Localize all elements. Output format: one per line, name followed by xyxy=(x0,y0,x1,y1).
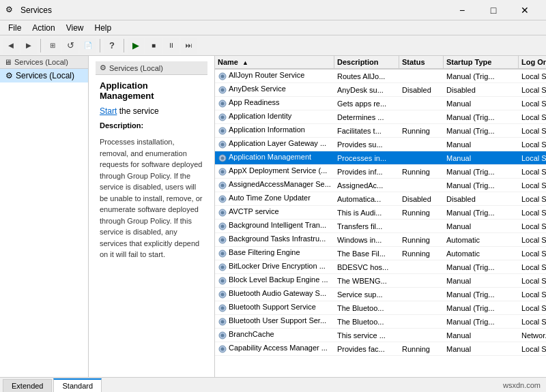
menu-item-view[interactable]: View xyxy=(61,22,89,34)
table-row[interactable]: AppX Deployment Service (...Provides inf… xyxy=(215,165,546,179)
window-title: Services xyxy=(20,5,446,15)
service-startup-type: Manual (Trig... xyxy=(444,112,519,122)
col-header-description[interactable]: Description xyxy=(334,56,399,68)
refresh-button[interactable]: ↺ xyxy=(62,37,78,54)
tab-standard[interactable]: Standard xyxy=(53,378,102,392)
pause-button[interactable]: ⏸ xyxy=(163,37,179,54)
minimize-button[interactable]: − xyxy=(446,0,478,20)
service-name: Bluetooth Support Service xyxy=(215,302,334,313)
service-startup-type: Manual (Trig... xyxy=(444,72,519,81)
table-row[interactable]: AnyDesk ServiceAnyDesk su...DisabledDisa… xyxy=(215,83,546,97)
table-row[interactable]: Auto Time Zone UpdaterAutomatica...Disab… xyxy=(215,192,546,206)
service-icon xyxy=(218,303,227,313)
service-startup-type: Automatic xyxy=(444,249,519,258)
service-startup-type: Manual xyxy=(444,276,519,286)
panel-header-icon: ⚙ xyxy=(100,63,106,72)
maximize-button[interactable]: □ xyxy=(478,0,509,20)
show-hide-button[interactable]: ⊞ xyxy=(44,37,61,54)
service-startup-type: Manual (Trig... xyxy=(444,317,519,327)
service-description: AssignedAc... xyxy=(334,181,399,190)
svg-point-33 xyxy=(221,292,225,296)
service-icon xyxy=(218,331,227,340)
service-name: Background Tasks Infrastru... xyxy=(215,234,334,245)
status-bar: wsxdn.com xyxy=(503,378,546,392)
svg-point-3 xyxy=(221,88,225,91)
service-status xyxy=(399,103,444,104)
services-body[interactable]: AllJoyn Router ServiceRoutes AllJo...Man… xyxy=(215,70,546,377)
service-logon: Local S... xyxy=(519,85,546,95)
menu-item-action[interactable]: Action xyxy=(27,22,60,34)
play-button[interactable]: ▶ xyxy=(128,37,144,54)
col-header-status[interactable]: Status xyxy=(399,56,444,68)
service-name: App Readiness xyxy=(215,97,334,108)
table-row[interactable]: Base Filtering EngineThe Base Fil...Runn… xyxy=(215,247,546,260)
col-header-logon[interactable]: Log On xyxy=(519,56,546,68)
table-row[interactable]: Bluetooth Audio Gateway S...Service sup.… xyxy=(215,288,546,301)
service-description: Facilitates t... xyxy=(334,126,399,136)
services-local-icon: ⚙ xyxy=(5,71,13,80)
service-logon: Local S... xyxy=(519,235,546,245)
sidebar-item-services-local[interactable]: ⚙ Services (Local) xyxy=(0,69,88,82)
service-logon: Local S... xyxy=(519,276,546,286)
svg-point-5 xyxy=(221,102,225,105)
stop-button[interactable]: ■ xyxy=(145,37,162,54)
tab-extended[interactable]: Extended xyxy=(3,379,52,392)
service-description: This service ... xyxy=(334,331,399,340)
table-row[interactable]: Application InformationFacilitates t...R… xyxy=(215,124,546,138)
col-header-name[interactable]: Name ▲ xyxy=(215,56,334,68)
menu-item-help[interactable]: Help xyxy=(89,22,117,34)
table-row[interactable]: AssignedAccessManager Se...AssignedAc...… xyxy=(215,179,546,192)
col-header-startup[interactable]: Startup Type xyxy=(444,56,519,68)
table-row[interactable]: AllJoyn Router ServiceRoutes AllJo...Man… xyxy=(215,70,546,83)
export-button[interactable]: 📄 xyxy=(80,37,96,54)
service-name: Application Layer Gateway ... xyxy=(215,138,334,149)
service-logon: Local S... xyxy=(519,126,546,136)
sort-arrow: ▲ xyxy=(242,59,248,66)
svg-point-7 xyxy=(221,115,225,119)
start-link[interactable]: Start xyxy=(100,106,117,116)
table-row[interactable]: BranchCacheThis service ...ManualNetwor.… xyxy=(215,329,546,342)
service-status: Disabled xyxy=(399,85,444,95)
service-status xyxy=(399,294,444,295)
separator-3 xyxy=(124,39,124,52)
separator-2 xyxy=(100,39,100,52)
menu-item-file[interactable]: File xyxy=(3,22,27,34)
table-row[interactable]: App ReadinessGets apps re...ManualLocal … xyxy=(215,97,546,110)
table-row[interactable]: AVCTP serviceThis is Audi...RunningManua… xyxy=(215,206,546,220)
service-logon: Local S... xyxy=(519,317,546,327)
restart-button[interactable]: ⏭ xyxy=(181,37,197,54)
service-status: Running xyxy=(399,235,444,245)
selected-service-title: Application Management xyxy=(100,80,203,101)
service-startup-type: Disabled xyxy=(444,194,519,204)
table-row[interactable]: Block Level Backup Engine ...The WBENG..… xyxy=(215,274,546,288)
table-row[interactable]: Bluetooth Support ServiceThe Bluetoo...M… xyxy=(215,301,546,315)
service-logon: Local S... xyxy=(519,99,546,108)
table-row[interactable]: Application IdentityDetermines ...Manual… xyxy=(215,110,546,124)
service-status xyxy=(399,185,444,186)
table-row[interactable]: Background Tasks Infrastru...Windows in.… xyxy=(215,233,546,247)
service-startup-type: Disabled xyxy=(444,85,519,95)
service-description: Windows in... xyxy=(334,235,399,245)
service-name: Capability Access Manager ... xyxy=(215,343,334,354)
table-row[interactable]: Application Layer Gateway ...Provides su… xyxy=(215,138,546,151)
close-button[interactable]: ✕ xyxy=(509,0,541,20)
service-description: The Base Fil... xyxy=(334,249,399,258)
table-row[interactable]: Capability Access Manager ...Provides fa… xyxy=(215,342,546,356)
table-row[interactable]: Application ManagementProcesses in...Man… xyxy=(215,151,546,165)
table-row[interactable]: Background Intelligent Tran...Transfers … xyxy=(215,220,546,233)
sidebar-header: 🖥 Services (Local) xyxy=(0,56,88,69)
back-button[interactable]: ◄ xyxy=(3,37,19,54)
toolbar: ◄ ► ⊞ ↺ 📄 ? ▶ ■ ⏸ ⏭ xyxy=(0,35,546,56)
service-icon xyxy=(218,140,227,149)
table-row[interactable]: BitLocker Drive Encryption ...BDESVC hos… xyxy=(215,260,546,274)
service-status: Disabled xyxy=(399,194,444,204)
service-name: BranchCache xyxy=(215,329,334,340)
forward-button[interactable]: ► xyxy=(20,37,37,54)
help-button[interactable]: ? xyxy=(104,37,120,54)
separator-1 xyxy=(40,39,41,52)
service-description: Provides fac... xyxy=(334,344,399,354)
table-row[interactable]: Bluetooth User Support Ser...The Bluetoo… xyxy=(215,315,546,329)
service-name: Auto Time Zone Updater xyxy=(215,193,334,204)
sidebar-header-label: Services (Local) xyxy=(14,58,68,66)
service-description: Provides su... xyxy=(334,140,399,149)
